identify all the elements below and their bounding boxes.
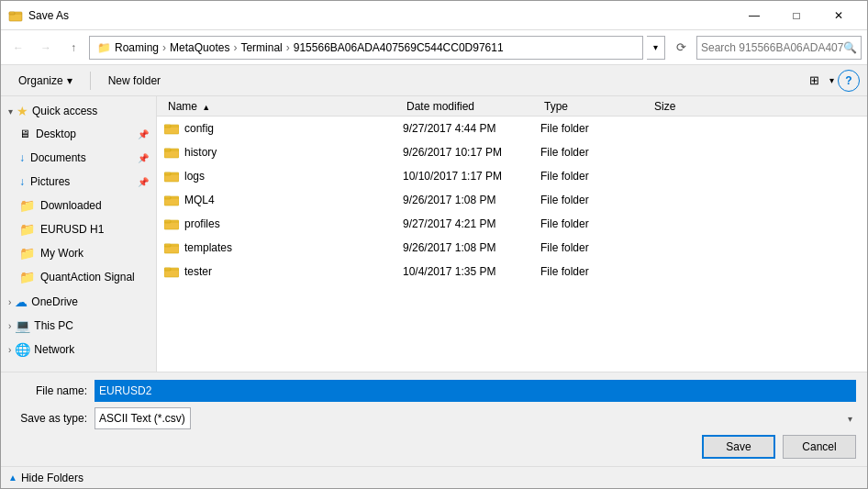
svg-rect-7 [164, 172, 171, 175]
organize-button[interactable]: Organize ▾ [8, 69, 83, 93]
file-date-cell: 9/26/2017 10:17 PM [403, 146, 540, 159]
sidebar-item-eurusd[interactable]: 📁 EURUSD H1 [1, 217, 156, 241]
svg-rect-3 [164, 125, 171, 128]
breadcrumb-terminal[interactable]: Terminal [240, 41, 282, 54]
breadcrumb-metaquotes[interactable]: MetaQuotes [170, 41, 229, 54]
breadcrumb-hash[interactable]: 915566BA06ADA407569C544CC0D97611 [294, 41, 504, 54]
title-bar: Save As — □ ✕ [1, 1, 867, 30]
up-button[interactable]: ↑ [61, 36, 85, 60]
file-type-cell: File folder [540, 146, 651, 159]
file-date-cell: 9/27/2017 4:44 PM [403, 122, 540, 135]
table-row[interactable]: MQL4 9/26/2017 1:08 PM File folder [157, 188, 867, 212]
folder-icon [164, 264, 179, 279]
search-icon[interactable]: 🔍 [843, 41, 857, 54]
cancel-button[interactable]: Cancel [783, 435, 856, 459]
col-header-size[interactable]: Size [651, 98, 724, 115]
search-input[interactable] [701, 41, 843, 54]
toolbar: Organize ▾ New folder ⊞ ▾ ? [1, 65, 867, 96]
title-icon [8, 8, 23, 23]
file-type-cell: File folder [540, 194, 651, 206]
network-chevron: › [8, 345, 11, 355]
pictures-icon: ↓ [19, 175, 25, 188]
documents-label: Documents [30, 151, 86, 164]
address-dropdown[interactable]: ▾ [647, 36, 665, 60]
file-list-header: Name ▲ Date modified Type Size [157, 96, 867, 117]
table-row[interactable]: tester 10/4/2017 1:35 PM File folder [157, 260, 867, 283]
folder-icon [164, 121, 179, 136]
pin-icon-documents: 📌 [138, 153, 149, 163]
organize-label: Organize [18, 74, 63, 87]
forward-button[interactable]: → [34, 36, 58, 60]
table-row[interactable]: logs 10/10/2017 1:17 PM File folder [157, 164, 867, 188]
address-bar: ← → ↑ 📁 Roaming › MetaQuotes › Terminal … [1, 30, 867, 65]
pictures-label: Pictures [30, 175, 70, 188]
window-controls: — □ ✕ [733, 1, 860, 30]
svg-rect-11 [164, 220, 171, 223]
sidebar-item-pictures[interactable]: ↓ Pictures 📌 [1, 170, 156, 194]
file-date-cell: 10/4/2017 1:35 PM [403, 265, 540, 278]
quick-access-header[interactable]: ▾ ★ Quick access [1, 100, 156, 122]
downloaded-label: Downloaded [40, 199, 102, 212]
thispc-chevron: › [8, 321, 11, 331]
folder-icon [164, 145, 179, 160]
quick-access-label: Quick access [32, 105, 97, 117]
sort-indicator: ▲ [202, 103, 210, 112]
col-header-date[interactable]: Date modified [403, 98, 540, 115]
col-header-name[interactable]: Name ▲ [164, 98, 403, 115]
table-row[interactable]: config 9/27/2017 4:44 PM File folder [157, 117, 867, 140]
onedrive-label: OneDrive [31, 295, 78, 308]
saveastype-select[interactable]: ASCII Text (*.csv) [95, 407, 191, 429]
back-button[interactable]: ← [6, 36, 30, 60]
quick-access-star-icon: ★ [17, 104, 28, 118]
file-date-cell: 9/27/2017 4:21 PM [403, 217, 540, 230]
view-button[interactable]: ⊞ [802, 69, 826, 93]
saveastype-row: Save as type: ASCII Text (*.csv) ▾ [12, 407, 856, 429]
pin-icon-pictures: 📌 [138, 177, 149, 187]
onedrive-icon: ☁ [15, 295, 28, 309]
hide-folders-bar[interactable]: ▲ Hide Folders [1, 466, 867, 488]
buttons-row: Save Cancel [12, 435, 856, 459]
minimize-button[interactable]: — [733, 1, 775, 30]
sidebar-item-desktop[interactable]: 🖥 Desktop 📌 [1, 122, 156, 146]
mywork-label: My Work [40, 247, 83, 260]
table-row[interactable]: profiles 9/27/2017 4:21 PM File folder [157, 212, 867, 236]
desktop-icon: 🖥 [19, 128, 30, 140]
refresh-button[interactable]: ⟳ [669, 36, 693, 60]
help-button[interactable]: ? [838, 70, 860, 92]
file-date-cell: 10/10/2017 1:17 PM [403, 170, 540, 183]
svg-rect-9 [164, 196, 171, 199]
table-row[interactable]: history 9/26/2017 10:17 PM File folder [157, 140, 867, 164]
file-date-cell: 9/26/2017 1:08 PM [403, 241, 540, 254]
network-header[interactable]: › 🌐 Network [1, 339, 156, 361]
search-box[interactable]: 🔍 [696, 36, 862, 60]
thispc-header[interactable]: › 💻 This PC [1, 315, 156, 337]
maximize-button[interactable]: □ [775, 1, 818, 30]
network-label: Network [34, 343, 74, 356]
file-name-cell: profiles [164, 217, 403, 231]
thispc-icon: 💻 [15, 318, 30, 333]
folder-icon [164, 193, 179, 207]
onedrive-section: › ☁ OneDrive [1, 291, 156, 313]
sidebar-item-documents[interactable]: ↓ Documents 📌 [1, 146, 156, 170]
quick-access-section: ▾ ★ Quick access 🖥 Desktop 📌 ↓ Documents… [1, 100, 156, 289]
file-type-cell: File folder [540, 122, 651, 135]
sidebar-item-quant[interactable]: 📁 QuantAction Signal [1, 265, 156, 289]
filename-label: File name: [12, 384, 95, 397]
file-name-cell: logs [164, 169, 403, 183]
filename-input[interactable] [95, 380, 856, 402]
breadcrumb-roaming[interactable]: Roaming [115, 41, 159, 54]
sidebar-item-mywork[interactable]: 📁 My Work [1, 241, 156, 265]
sidebar-item-downloaded[interactable]: 📁 Downloaded [1, 194, 156, 217]
close-button[interactable]: ✕ [818, 1, 860, 30]
onedrive-header[interactable]: › ☁ OneDrive [1, 291, 156, 313]
file-type-cell: File folder [540, 217, 651, 230]
address-path[interactable]: 📁 Roaming › MetaQuotes › Terminal › 9155… [89, 36, 643, 60]
file-name-cell: templates [164, 240, 403, 255]
toolbar-separator [90, 72, 91, 90]
table-row[interactable]: templates 9/26/2017 1:08 PM File folder [157, 236, 867, 260]
thispc-section: › 💻 This PC [1, 315, 156, 337]
new-folder-button[interactable]: New folder [98, 69, 171, 93]
col-header-type[interactable]: Type [540, 98, 651, 115]
save-button[interactable]: Save [702, 435, 775, 459]
svg-rect-13 [164, 244, 171, 247]
